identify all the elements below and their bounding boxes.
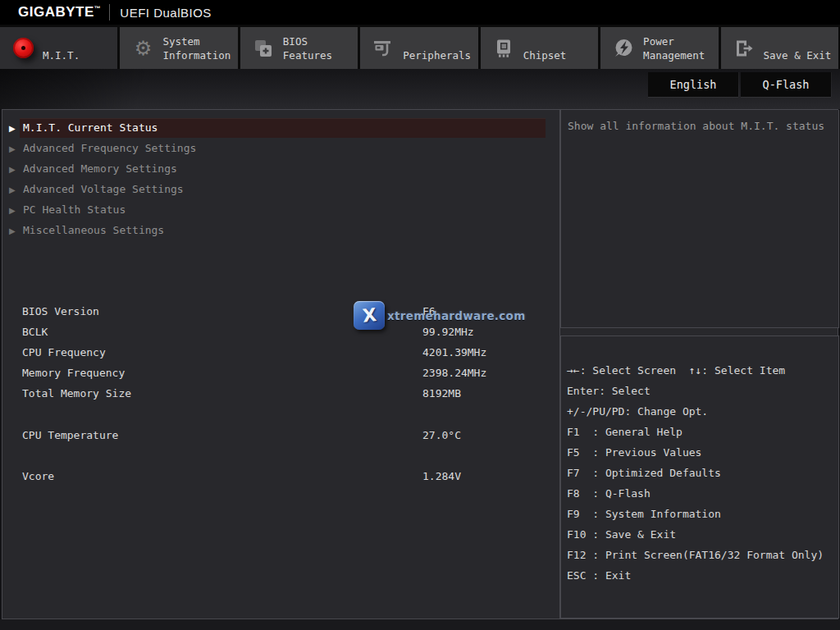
gigabyte-logo: GIGABYTE™: [18, 4, 101, 21]
menu-item-pc-health-status[interactable]: ▶ PC Health Status: [7, 200, 546, 220]
info-label: Vcore: [22, 466, 54, 486]
menu-item-advanced-memory-settings[interactable]: ▶ Advanced Memory Settings: [7, 159, 546, 179]
chip-icon: [491, 38, 516, 59]
info-label: CPU Temperature: [22, 425, 118, 445]
exit-door-icon: [732, 38, 756, 59]
key-legend-line: F9 : System Information: [561, 504, 838, 524]
title-divider: [109, 4, 110, 21]
tab-label-line2: Management: [643, 48, 705, 62]
menu-item-miscellaneous-settings[interactable]: ▶ Miscellaneous Settings: [7, 221, 546, 240]
info-row-memory-frequency: Memory Frequency 2398.24MHz: [2, 363, 560, 383]
key-legend-line: F1 : General Help: [561, 422, 838, 442]
footer-strip: [0, 619, 840, 630]
item-help-panel: Show all information about M.I.T. status: [560, 110, 839, 328]
tab-label: M.I.T.: [43, 48, 80, 62]
key-legend-line: F8 : Q-Flash: [561, 483, 838, 504]
info-label: Memory Frequency: [22, 363, 125, 383]
info-row-cpu-temperature: CPU Temperature 27.0°C: [2, 425, 560, 445]
menu-item-mit-current-status[interactable]: ▶ M.I.T. Current Status: [7, 118, 546, 138]
key-legend-line: F7 : Optimized Defaults: [561, 463, 838, 483]
submenu-arrow-icon: ▶: [7, 226, 20, 235]
tab-label-line1: BIOS: [283, 34, 332, 48]
menu-item-label: Advanced Frequency Settings: [23, 142, 196, 154]
tab-label-line2: Features: [283, 48, 332, 62]
menu-item-label: Advanced Memory Settings: [23, 162, 177, 175]
trademark-symbol: ™: [94, 5, 102, 12]
submenu-arrow-icon: ▶: [7, 206, 20, 215]
key-legend-line: F10 : Save & Exit: [561, 524, 838, 545]
info-row-cpu-frequency: CPU Frequency 4201.39MHz: [2, 342, 560, 363]
key-legend-line: Enter: Select: [561, 381, 838, 401]
submenu-arrow-icon: ▶: [7, 185, 20, 194]
info-label: Total Memory Size: [22, 383, 131, 404]
tab-label: Chipset: [523, 48, 567, 62]
gear-icon: ⚙: [130, 39, 155, 58]
settings-panel: ▶ M.I.T. Current Status ▶ Advanced Frequ…: [2, 110, 560, 619]
menu-item-label: Advanced Voltage Settings: [23, 183, 184, 195]
info-row-vcore: Vcore 1.284V: [2, 466, 560, 486]
product-title: UEFI DualBIOS: [120, 6, 212, 20]
item-help-text: Show all information about M.I.T. status: [561, 110, 838, 143]
info-value: 27.0°C: [422, 425, 461, 445]
key-legend-line: F12 : Print Screen(FAT16/32 Format Only): [561, 545, 838, 565]
tab-save-exit[interactable]: Save & Exit: [721, 27, 838, 69]
menu-item-advanced-frequency-settings[interactable]: ▶ Advanced Frequency Settings: [7, 139, 546, 158]
tab-label: Save & Exit: [764, 48, 832, 62]
info-value: 2398.24MHz: [422, 363, 486, 383]
power-bolt-icon: [611, 38, 636, 59]
tab-label-line2: Information: [162, 48, 231, 62]
tab-label: Peripherals: [403, 48, 471, 62]
folder-plus-icon: [251, 39, 276, 58]
watermark-text: xtremehardware.com: [387, 309, 526, 322]
submenu-arrow-icon: ▶: [7, 144, 20, 153]
submenu-arrow-icon: ▶: [7, 165, 20, 174]
tab-peripherals[interactable]: Peripherals: [360, 27, 477, 69]
key-legend-line: +/-/PU/PD: Change Opt.: [561, 401, 838, 422]
menu-item-label: Miscellaneous Settings: [23, 224, 164, 236]
key-legend-line: ESC : Exit: [561, 565, 838, 586]
info-label: BIOS Version: [22, 301, 99, 322]
watermark: X xtremehardware.com: [354, 301, 526, 330]
key-legend-line: →←: Select Screen ↑↓: Select Item: [561, 360, 838, 381]
tab-system-information[interactable]: ⚙ System Information: [120, 27, 237, 69]
gauge-icon: [11, 38, 35, 58]
bios-screen: GIGABYTE™ UEFI DualBIOS M.I.T. ⚙ System …: [0, 0, 840, 630]
info-value: 4201.39MHz: [422, 342, 486, 363]
tab-chipset[interactable]: Chipset: [481, 27, 598, 69]
language-button[interactable]: English: [648, 72, 738, 97]
tab-label-line1: System: [162, 34, 231, 48]
submenu-arrow-icon: ▶: [7, 124, 20, 133]
info-label: CPU Frequency: [22, 342, 106, 363]
menu-item-label: PC Health Status: [23, 203, 126, 216]
tab-label-line1: Power: [643, 34, 705, 48]
menu-item-label: M.I.T. Current Status: [23, 121, 158, 134]
key-legend-panel: →←: Select Screen ↑↓: Select Item Enter:…: [560, 336, 839, 619]
tab-mit[interactable]: M.I.T.: [0, 27, 117, 69]
tab-bios-features[interactable]: BIOS Features: [240, 27, 358, 69]
device-cable-icon: [371, 38, 395, 59]
tab-bar: M.I.T. ⚙ System Information BIOS Feature…: [0, 25, 840, 69]
info-value: 1.284V: [422, 466, 461, 486]
active-tab-shadow: [0, 69, 230, 109]
info-row-total-memory-size: Total Memory Size 8192MB: [2, 383, 560, 404]
content-area: ▶ M.I.T. Current Status ▶ Advanced Frequ…: [2, 109, 838, 619]
qflash-button[interactable]: Q-Flash: [741, 72, 831, 97]
tab-power-management[interactable]: Power Management: [600, 27, 718, 69]
watermark-x-badge-icon: X: [354, 301, 385, 330]
info-label: BCLK: [22, 322, 48, 342]
menu-item-advanced-voltage-settings[interactable]: ▶ Advanced Voltage Settings: [7, 180, 546, 199]
sub-header: English Q-Flash: [0, 69, 840, 109]
key-legend-line: F5 : Previous Values: [561, 442, 838, 463]
title-bar: GIGABYTE™ UEFI DualBIOS: [0, 0, 840, 25]
info-value: 8192MB: [422, 383, 461, 404]
